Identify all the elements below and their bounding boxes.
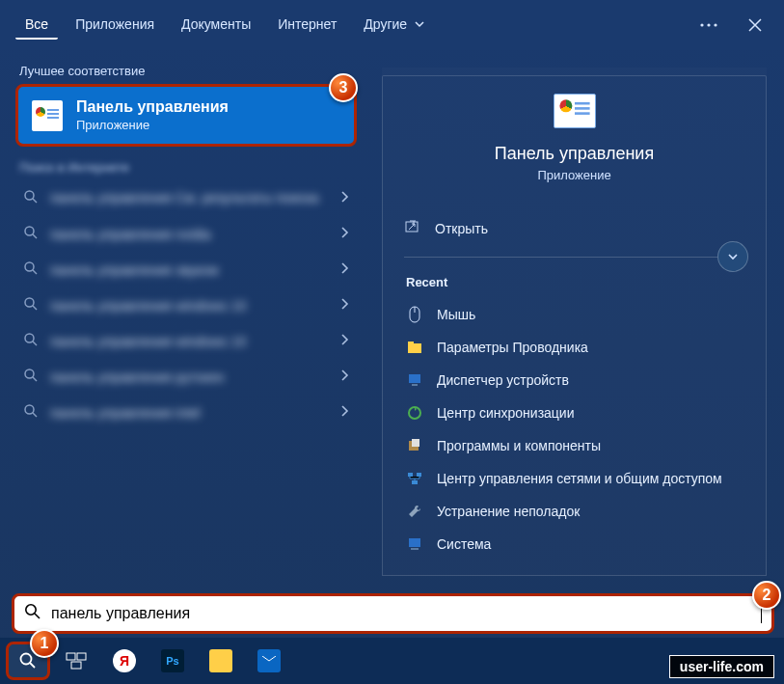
- wrench-icon: [406, 503, 423, 520]
- recent-label: Recent: [404, 275, 744, 289]
- svg-rect-22: [412, 480, 418, 484]
- tab-internet[interactable]: Интернет: [268, 11, 346, 40]
- svg-point-5: [25, 262, 34, 271]
- web-result[interactable]: панель управления См. результаты поиска: [15, 180, 357, 216]
- web-result-text: панель управления intel: [50, 405, 328, 421]
- step-badge-2: 2: [752, 581, 781, 610]
- open-action[interactable]: Открыть: [404, 202, 744, 255]
- svg-rect-28: [77, 653, 86, 660]
- web-result-text: панель управления рутокен: [50, 369, 328, 385]
- taskbar-app-yandex[interactable]: Я: [102, 642, 147, 680]
- preview-title: Панель управления: [495, 144, 654, 164]
- web-result[interactable]: панель управления windows 10: [15, 287, 357, 323]
- best-match-text: Панель управления Приложение: [76, 98, 229, 132]
- system-icon: [406, 535, 423, 553]
- recent-item-label: Центр управления сетями и общим доступом: [437, 471, 722, 486]
- programs-icon: [406, 437, 423, 454]
- recent-item-label: Мышь: [437, 307, 475, 322]
- web-result-text: панель управления nvidia: [50, 227, 328, 242]
- recent-item-device-manager[interactable]: Диспетчер устройств: [404, 365, 744, 396]
- svg-rect-15: [409, 374, 420, 383]
- web-result[interactable]: панель управления nvidia: [15, 216, 357, 252]
- chevron-right-icon: [339, 226, 349, 242]
- chevron-right-icon: [339, 297, 349, 314]
- taskbar: 1 Я Ps user-life.com: [0, 638, 784, 684]
- expand-button[interactable]: [717, 241, 748, 272]
- svg-point-2: [714, 23, 716, 26]
- taskbar-app-explorer[interactable]: [199, 642, 243, 680]
- mouse-icon: [406, 306, 423, 323]
- more-options-button[interactable]: [695, 12, 722, 39]
- tab-all[interactable]: Все: [15, 11, 58, 40]
- recent-item-label: Центр синхронизации: [437, 405, 575, 421]
- recent-item-explorer-options[interactable]: Параметры Проводника: [404, 332, 744, 363]
- preview-pane: Панель управления Приложение Открыть: [365, 50, 784, 593]
- step-badge-3: 3: [329, 73, 358, 102]
- taskbar-app-mail[interactable]: [247, 642, 291, 680]
- taskbar-search-button[interactable]: 1: [6, 642, 50, 680]
- web-result[interactable]: панель управления звуком: [15, 252, 357, 287]
- preview-body: Открыть Recent Мышь: [382, 202, 767, 576]
- recent-list: Мышь Параметры Проводника Диспетчер устр…: [404, 299, 744, 560]
- search-icon: [24, 603, 41, 624]
- recent-item-network-center[interactable]: Центр управления сетями и общим доступом: [404, 463, 744, 494]
- close-button[interactable]: [742, 12, 769, 39]
- recent-item-mouse[interactable]: Мышь: [404, 299, 744, 330]
- taskbar-app-photoshop[interactable]: Ps: [150, 642, 195, 680]
- taskbar-task-view[interactable]: [54, 642, 98, 680]
- svg-point-7: [25, 334, 34, 342]
- svg-point-0: [700, 23, 703, 26]
- chevron-right-icon: [339, 369, 349, 385]
- svg-point-9: [25, 405, 34, 414]
- best-match-result[interactable]: 3 Панель управления Приложение: [15, 84, 357, 147]
- web-result[interactable]: панель управления intel: [15, 395, 357, 430]
- web-result[interactable]: панель управления рутокен: [15, 359, 357, 395]
- tab-more[interactable]: Другие: [354, 11, 434, 40]
- svg-rect-29: [71, 662, 81, 669]
- tab-apps[interactable]: Приложения: [66, 11, 164, 40]
- svg-point-26: [21, 654, 32, 665]
- watermark: user-life.com: [669, 655, 774, 678]
- chevron-right-icon: [339, 190, 349, 206]
- body: Лучшее соответствие 3 Панель управления …: [0, 50, 784, 593]
- search-internet-label: Поиск в Интернете: [15, 158, 357, 180]
- svg-point-8: [25, 369, 34, 378]
- recent-item-troubleshoot[interactable]: Устранение неполадок: [404, 496, 744, 527]
- search-panel: Все Приложения Документы Интернет Другие…: [0, 0, 784, 684]
- preview-header: Панель управления Приложение: [382, 75, 767, 202]
- recent-item-system[interactable]: Система: [404, 529, 744, 560]
- control-panel-icon: [32, 100, 63, 131]
- web-result-text: панель управления звуком: [50, 262, 328, 278]
- web-results: панель управления См. результаты поиска …: [15, 180, 357, 430]
- open-label: Открыть: [435, 221, 488, 236]
- step-badge-1: 1: [30, 629, 59, 658]
- svg-rect-13: [408, 343, 421, 353]
- svg-point-25: [26, 605, 36, 615]
- best-match-subtitle: Приложение: [76, 118, 229, 132]
- web-result[interactable]: панель управления windows 10: [15, 323, 357, 359]
- svg-rect-19: [412, 439, 419, 447]
- folder-options-icon: [406, 339, 423, 356]
- recent-item-label: Система: [437, 536, 491, 552]
- recent-item-sync-center[interactable]: Центр синхронизации: [404, 397, 744, 428]
- header-tabs: Все Приложения Документы Интернет Другие: [15, 11, 691, 40]
- search-icon: [23, 403, 39, 422]
- device-manager-icon: [406, 371, 423, 389]
- search-input[interactable]: [51, 605, 751, 622]
- recent-item-label: Устранение неполадок: [437, 504, 580, 519]
- search-icon: [23, 368, 39, 386]
- search-icon: [23, 332, 39, 350]
- control-panel-icon: [554, 94, 596, 128]
- recent-item-programs[interactable]: Программы и компоненты: [404, 430, 744, 461]
- sync-icon: [406, 404, 423, 422]
- svg-rect-24: [411, 548, 419, 550]
- chevron-down-icon: [415, 16, 424, 32]
- best-match-label: Лучшее соответствие: [15, 60, 357, 84]
- tab-documents[interactable]: Документы: [172, 11, 260, 40]
- network-icon: [406, 470, 423, 487]
- svg-rect-23: [409, 538, 420, 547]
- svg-rect-20: [408, 473, 413, 477]
- search-input-wrapper[interactable]: 2: [12, 593, 774, 634]
- web-result-text: панель управления windows 10: [50, 334, 328, 349]
- results-pane: Лучшее соответствие 3 Панель управления …: [0, 50, 365, 593]
